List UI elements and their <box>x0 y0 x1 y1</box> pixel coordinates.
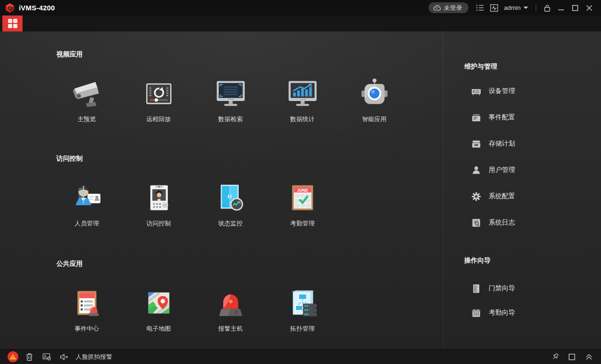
app-intelligent-apps[interactable]: 智能应用 <box>338 76 410 124</box>
app-label: 电子地图 <box>147 325 171 333</box>
close-button[interactable] <box>582 2 596 14</box>
sidebar-item-label: 系统配置 <box>489 192 515 201</box>
app-logo-icon <box>5 3 15 13</box>
sidebar-item-event-config[interactable]: 事件配置 <box>444 104 601 131</box>
section-public-apps: 公共应用 事件中心 <box>0 260 443 333</box>
system-log-icon <box>471 217 482 228</box>
calendar-check-icon: JUNE <box>287 182 319 214</box>
app-person-management[interactable]: 人员管理 <box>51 180 123 228</box>
alarm-siren-icon <box>215 287 247 319</box>
sidebar-section-title: 维护与管理 <box>464 62 601 72</box>
statistics-monitor-icon <box>287 77 319 109</box>
app-alarm-host[interactable]: 报警主机 <box>195 285 266 333</box>
pin-alarm-panel-button[interactable] <box>548 351 562 363</box>
sidebar-item-label: 存储计划 <box>489 139 515 148</box>
calendar-wizard-icon <box>471 308 482 318</box>
task-list-button[interactable] <box>473 2 487 14</box>
home-grid-icon <box>8 19 17 28</box>
sidebar-item-access-wizard[interactable]: 门禁向导 <box>444 276 601 301</box>
task-list-icon <box>476 4 484 12</box>
app-label: 数据检索 <box>219 115 243 124</box>
alarm-indicator-button[interactable] <box>8 351 18 362</box>
main-content: 视频应用 主预览 <box>0 31 601 349</box>
app-label: 智能应用 <box>362 115 387 124</box>
app-topology[interactable]: 拓扑管理 <box>266 285 338 333</box>
retrieval-monitor-icon <box>215 77 247 109</box>
system-monitor-icon <box>490 4 499 12</box>
sidebar-item-label: 设备管理 <box>489 87 515 95</box>
cctv-camera-icon <box>71 77 103 109</box>
section-title: 视频应用 <box>56 50 443 60</box>
hide-alarm-picture-button[interactable] <box>40 351 53 363</box>
sidebar-item-storage-schedule[interactable]: 存储计划 <box>444 131 601 157</box>
sidebar-item-system-log[interactable]: 系统日志 <box>444 209 601 236</box>
clipboard-siren-icon <box>71 287 103 319</box>
ai-robot-icon <box>359 77 390 109</box>
door-intercom-icon <box>143 182 175 214</box>
ivms-window: iVMS-4200 未登录 <box>0 0 601 364</box>
map-pin-icon <box>143 287 175 319</box>
device-management-icon <box>471 86 482 97</box>
event-config-icon <box>471 112 482 123</box>
titlebar-divider <box>536 5 536 11</box>
section-title: 访问控制 <box>56 155 443 164</box>
section-title: 公共应用 <box>56 260 443 269</box>
expand-alarm-panel-button[interactable] <box>582 351 595 363</box>
home-tab-button[interactable] <box>2 15 23 31</box>
user-menu[interactable]: admin <box>504 4 528 11</box>
app-label: 访问控制 <box>147 219 171 228</box>
sidebar-item-label: 事件配置 <box>489 113 515 122</box>
app-label: 数据统计 <box>290 115 315 124</box>
modules-panel: 视频应用 主预览 <box>0 31 443 349</box>
app-event-center[interactable]: 事件中心 <box>51 285 123 333</box>
chevron-down-icon <box>523 7 528 9</box>
section-video-apps: 视频应用 主预览 <box>0 50 443 124</box>
app-main-view[interactable]: 主预览 <box>51 76 123 124</box>
storage-schedule-icon <box>471 139 482 149</box>
user-management-icon <box>471 165 482 176</box>
app-status-monitoring[interactable]: 状态监控 <box>195 180 266 228</box>
maximize-button[interactable] <box>568 2 582 14</box>
app-access-control[interactable]: 访问控制 <box>123 180 195 228</box>
speaker-muted-icon <box>60 353 69 361</box>
close-icon <box>586 5 593 11</box>
app-data-retrieval[interactable]: 数据检索 <box>195 76 266 124</box>
app-remote-playback[interactable]: 远程回放 <box>123 76 195 124</box>
clear-alarms-button[interactable] <box>23 351 36 363</box>
sidebar-item-label: 用户管理 <box>489 166 515 174</box>
lock-icon <box>543 4 551 12</box>
playback-screen-icon <box>143 77 175 109</box>
login-status-button[interactable]: 未登录 <box>429 2 468 13</box>
trash-icon <box>25 353 33 361</box>
login-status-label: 未登录 <box>444 4 462 12</box>
door-wizard-icon <box>471 283 482 294</box>
maximize-icon <box>572 5 578 11</box>
gear-icon <box>471 191 482 202</box>
mute-audio-button[interactable] <box>57 351 70 363</box>
topology-servers-icon <box>287 287 319 319</box>
app-attendance[interactable]: JUNE 考勤管理 <box>266 180 338 228</box>
app-data-statistics[interactable]: 数据统计 <box>266 76 338 124</box>
minimize-button[interactable] <box>554 2 568 14</box>
pin-icon <box>551 352 560 361</box>
app-label: 状态监控 <box>219 219 243 228</box>
sidebar-item-device-management[interactable]: 设备管理 <box>444 78 601 104</box>
sidebar-item-account-management[interactable]: 用户管理 <box>444 157 601 183</box>
door-magnifier-icon <box>215 182 247 214</box>
app-label: 拓扑管理 <box>290 325 315 333</box>
cloud-icon <box>433 5 441 11</box>
app-emap[interactable]: 电子地图 <box>123 285 195 333</box>
expand-square-icon <box>568 353 576 361</box>
app-label: 主预览 <box>78 115 96 124</box>
section-access-control: 访问控制 <box>0 155 443 228</box>
app-label: 事件中心 <box>75 325 99 333</box>
sidebar-item-attendance-wizard[interactable]: 考勤向导 <box>444 301 601 325</box>
status-bar: 人脸抓拍报警 <box>0 349 601 364</box>
sidebar-item-label: 考勤向导 <box>489 309 515 317</box>
sidebar-item-system-config[interactable]: 系统配置 <box>444 183 601 209</box>
system-monitor-button[interactable] <box>487 2 501 14</box>
app-label: 考勤管理 <box>290 219 315 228</box>
maintenance-sidebar: 维护与管理 设备管理 <box>444 31 601 349</box>
lock-button[interactable] <box>540 2 554 14</box>
maximize-alarm-panel-button[interactable] <box>565 351 578 363</box>
